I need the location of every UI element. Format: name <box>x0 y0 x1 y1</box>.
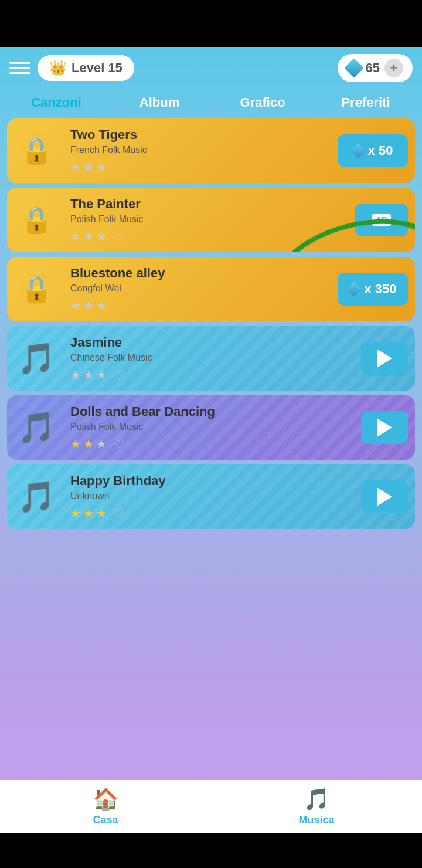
heart-icon[interactable]: ♡ <box>114 506 124 520</box>
cost-button[interactable]: x 350 <box>338 273 408 306</box>
tab-grafico[interactable]: Grafico <box>211 91 314 114</box>
lock-icon: 🔒 <box>21 205 53 235</box>
tab-canzoni[interactable]: Canzoni <box>5 91 108 114</box>
song-title: The Painter <box>70 196 350 212</box>
star-3: ★ <box>96 160 107 174</box>
song-card-two-tigers[interactable]: 🔒 Two Tigers French Folk Music ★ ★ ★ x 5… <box>7 118 415 183</box>
level-badge[interactable]: 👑 Level 15 <box>38 55 134 81</box>
play-button[interactable] <box>361 342 408 375</box>
star-rating: ★ ★ ★ <box>70 299 333 313</box>
ad-button[interactable]: AD <box>355 204 408 236</box>
music-note-icon: 🎵 <box>18 410 56 446</box>
play-button[interactable] <box>361 480 408 513</box>
play-icon <box>377 418 392 437</box>
music-note-icon: 🎵 <box>18 341 56 377</box>
song-thumb: 🔒 <box>7 188 66 252</box>
song-thumb: 🔒 <box>7 118 66 183</box>
gems-badge[interactable]: 65 + <box>338 54 413 82</box>
add-gems-button[interactable]: + <box>384 59 403 77</box>
film-strip-icon: AD <box>372 214 391 226</box>
song-subtitle: Polish Folk Music <box>70 422 356 432</box>
song-info: Bluestone alley Congfei Wei ★ ★ ★ <box>66 259 338 320</box>
nav-musica-label: Musica <box>298 814 334 826</box>
tab-preferiti[interactable]: Preferiti <box>314 91 417 114</box>
gem-icon <box>344 58 364 78</box>
song-subtitle: Polish Folk Music <box>70 214 350 225</box>
song-info: Two Tigers French Folk Music ★ ★ ★ <box>66 120 338 181</box>
header: 👑 Level 15 65 + <box>0 47 422 89</box>
heart-icon[interactable]: ♡ <box>114 437 124 451</box>
nav-casa-label: Casa <box>93 814 118 826</box>
bottom-nav: 🏠 Casa 🎵 Musica <box>0 780 422 833</box>
song-thumb: 🎵 <box>7 464 66 529</box>
song-info: Happy Birthday Unknown ★ ★ ★ ♡ <box>66 466 361 527</box>
cost-text: x 350 <box>364 282 396 297</box>
song-card-the-painter[interactable]: 🔒 The Painter Polish Folk Music ★ ★ ★ ♡ … <box>7 188 415 252</box>
nav-tabs: Canzoni Album Grafico Preferiti <box>0 89 422 118</box>
song-thumb: 🔒 <box>7 257 66 321</box>
star-2: ★ <box>83 299 94 313</box>
song-card-dolls-bear[interactable]: 🎵 Dolls and Bear Dancing Polish Folk Mus… <box>7 395 415 460</box>
gem-cost-icon <box>347 282 362 296</box>
star-3: ★ <box>96 368 107 382</box>
song-card-bluestone-alley[interactable]: 🔒 Bluestone alley Congfei Wei ★ ★ ★ x 35… <box>7 257 415 321</box>
song-title: Two Tigers <box>70 127 333 143</box>
star-rating: ★ ★ ★ <box>70 160 333 174</box>
star-1: ★ <box>70 160 81 174</box>
song-thumb: 🎵 <box>7 395 66 460</box>
gems-count: 65 <box>366 60 380 76</box>
play-icon <box>377 349 392 368</box>
song-list: 🔒 Two Tigers French Folk Music ★ ★ ★ x 5… <box>0 118 422 780</box>
heart-icon[interactable]: ♡ <box>114 229 124 243</box>
star-3: ★ <box>96 506 107 520</box>
level-label: Level 15 <box>72 60 122 76</box>
black-bar-bottom <box>0 833 422 868</box>
star-1: ★ <box>70 299 81 313</box>
song-info: Jasmine Chinese Folk Music ★ ★ ★ ♡ <box>66 328 361 389</box>
star-2: ★ <box>83 437 94 451</box>
cost-button[interactable]: x 50 <box>338 134 408 167</box>
song-title: Jasmine <box>70 335 356 350</box>
star-3: ★ <box>96 229 107 243</box>
music-nav-icon: 🎵 <box>304 787 330 812</box>
ad-label: AD <box>376 215 387 225</box>
play-icon <box>377 487 392 506</box>
star-2: ★ <box>83 506 94 520</box>
menu-button[interactable] <box>9 62 30 74</box>
star-2: ★ <box>83 229 94 243</box>
nav-musica[interactable]: 🎵 Musica <box>211 780 422 833</box>
song-subtitle: Congfei Wei <box>70 283 333 294</box>
song-thumb: 🎵 <box>7 326 66 391</box>
nav-casa[interactable]: 🏠 Casa <box>0 780 211 833</box>
song-subtitle: French Folk Music <box>70 145 333 155</box>
star-rating: ★ ★ ★ ♡ <box>70 437 356 451</box>
cost-text: x 50 <box>368 143 393 158</box>
app-container: 👑 Level 15 65 + Canzoni Album Grafico Pr… <box>0 47 422 833</box>
song-info: The Painter Polish Folk Music ★ ★ ★ ♡ <box>66 189 355 250</box>
lock-icon: 🔒 <box>21 135 53 166</box>
star-3: ★ <box>96 299 107 313</box>
star-1: ★ <box>70 506 81 520</box>
crown-icon: 👑 <box>49 60 67 76</box>
star-2: ★ <box>83 368 94 382</box>
song-card-jasmine[interactable]: 🎵 Jasmine Chinese Folk Music ★ ★ ★ ♡ <box>7 326 415 391</box>
tab-album[interactable]: Album <box>108 91 211 114</box>
play-button[interactable] <box>361 411 408 444</box>
star-1: ★ <box>70 368 81 382</box>
star-2: ★ <box>83 160 94 174</box>
star-1: ★ <box>70 437 81 451</box>
gem-cost-icon <box>350 143 365 158</box>
star-rating: ★ ★ ★ ♡ <box>70 229 350 243</box>
star-1: ★ <box>70 229 81 243</box>
song-card-happy-birthday[interactable]: 🎵 Happy Birthday Unknown ★ ★ ★ ♡ <box>7 464 415 529</box>
song-subtitle: Chinese Folk Music <box>70 352 356 363</box>
music-note-icon: 🎵 <box>18 479 56 515</box>
song-subtitle: Unknown <box>70 491 356 501</box>
heart-icon[interactable]: ♡ <box>114 368 124 382</box>
song-title: Dolls and Bear Dancing <box>70 404 356 419</box>
lock-icon: 🔒 <box>21 274 53 304</box>
home-icon: 🏠 <box>93 787 119 812</box>
star-rating: ★ ★ ★ ♡ <box>70 506 356 520</box>
song-title: Bluestone alley <box>70 266 333 281</box>
song-title: Happy Birthday <box>70 473 356 489</box>
